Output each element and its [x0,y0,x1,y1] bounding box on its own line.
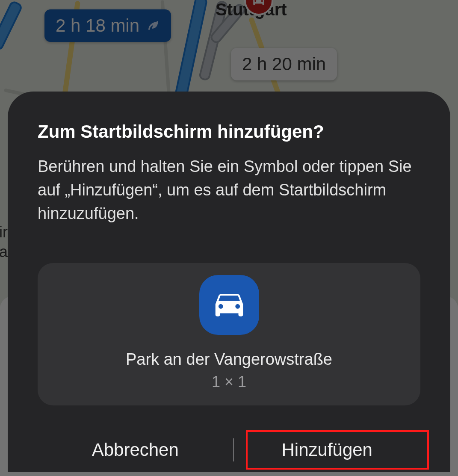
shortcut-size: 1 × 1 [212,373,246,391]
shortcut-icon [199,275,259,335]
shortcut-name: Park an der Vangerowstraße [126,350,332,369]
confirm-button[interactable]: Hinzufügen [234,427,421,473]
cancel-button[interactable]: Abbrechen [38,427,233,473]
dialog-title: Zum Startbildschirm hinzufügen? [38,121,420,142]
car-icon [211,286,248,324]
dialog-description: Berühren und halten Sie ein Symbol oder … [38,155,420,225]
dialog-actions: Abbrechen Hinzufügen [38,405,420,473]
shortcut-preview-card[interactable]: Park an der Vangerowstraße 1 × 1 [38,263,420,405]
add-to-homescreen-dialog: Zum Startbildschirm hinzufügen? Berühren… [8,92,450,472]
